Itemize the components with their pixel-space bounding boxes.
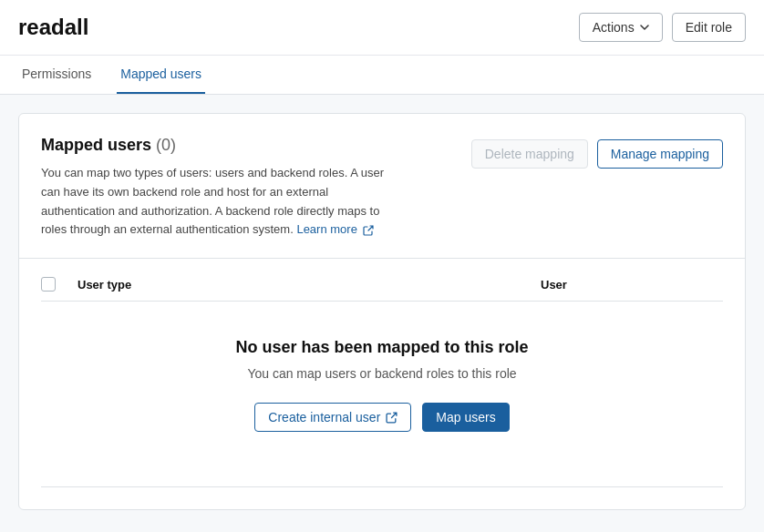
- card-action-buttons: Delete mapping Manage mapping: [471, 136, 723, 169]
- empty-state-actions: Create internal user Map users: [59, 403, 705, 432]
- main-content: Mapped users (0) You can map two types o…: [0, 95, 764, 532]
- card-description: You can map two types of users: users an…: [41, 164, 387, 240]
- external-link-icon: [363, 225, 374, 236]
- select-all-checkbox[interactable]: [41, 277, 56, 292]
- col-user-type-header: User type: [77, 278, 530, 292]
- empty-state-description: You can map users or backend roles to th…: [59, 366, 705, 381]
- checkbox-col: [41, 277, 67, 292]
- card-header-left: Mapped users (0) You can map two types o…: [41, 136, 387, 240]
- card-header: Mapped users (0) You can map two types o…: [41, 136, 723, 240]
- empty-state: No user has been mapped to this role You…: [41, 302, 723, 468]
- mapped-users-card: Mapped users (0) You can map two types o…: [18, 113, 746, 510]
- bottom-divider: [41, 486, 723, 487]
- tab-mapped-users[interactable]: Mapped users: [117, 56, 205, 94]
- tab-permissions[interactable]: Permissions: [18, 56, 95, 94]
- learn-more-link[interactable]: Learn more: [296, 222, 373, 236]
- empty-state-title: No user has been mapped to this role: [59, 338, 705, 357]
- edit-role-label: Edit role: [686, 20, 732, 35]
- col-user-header: User: [541, 278, 723, 292]
- header-actions: Actions Edit role: [579, 13, 746, 42]
- page-header: readall Actions Edit role: [0, 0, 764, 56]
- delete-mapping-button[interactable]: Delete mapping: [471, 139, 588, 169]
- actions-button[interactable]: Actions: [579, 13, 663, 42]
- map-users-button[interactable]: Map users: [422, 403, 509, 432]
- table-header: User type User: [41, 268, 723, 302]
- edit-role-button[interactable]: Edit role: [672, 13, 746, 42]
- app-title: readall: [18, 15, 88, 40]
- create-internal-user-button[interactable]: Create internal user: [254, 403, 411, 432]
- actions-label: Actions: [593, 20, 635, 35]
- tabs-bar: Permissions Mapped users: [0, 56, 764, 95]
- card-title: Mapped users (0): [41, 136, 387, 155]
- card-divider: [19, 258, 745, 259]
- mapped-users-count: (0): [156, 136, 176, 154]
- chevron-down-icon: [640, 23, 649, 32]
- external-link-icon-2: [386, 412, 397, 424]
- manage-mapping-button[interactable]: Manage mapping: [597, 139, 723, 169]
